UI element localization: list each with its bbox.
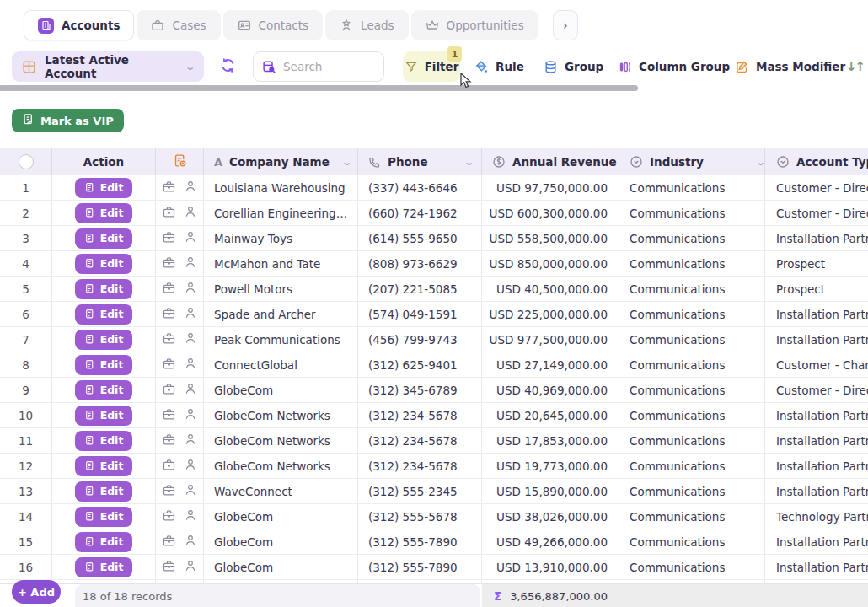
industry-cell[interactable]: Communications (630, 207, 725, 220)
company-name-cell[interactable]: GlobeCom (214, 384, 273, 397)
table-row[interactable]: 8 Edit ConnectGlobal (31 (0, 352, 868, 378)
edit-button[interactable]: Edit (75, 380, 133, 400)
phone-column-header[interactable]: Phone ⌄ (358, 148, 482, 175)
annual-revenue-cell[interactable]: USD 17,853,000.00 (496, 434, 608, 448)
account-type-cell[interactable]: Installation Partner (776, 232, 868, 245)
annual-revenue-cell[interactable]: USD 40,500,000.00 (496, 282, 608, 296)
industry-cell[interactable]: Communications (630, 282, 725, 296)
briefcase-icon[interactable] (162, 483, 176, 500)
company-name-cell[interactable]: WaveConnect (214, 485, 292, 498)
person-icon[interactable] (184, 508, 197, 524)
tab-opportunities[interactable]: Opportunities (411, 10, 538, 40)
phone-cell[interactable]: (660) 724-1962 (368, 207, 458, 220)
account-type-cell[interactable]: Installation Partner (776, 308, 868, 321)
briefcase-icon[interactable] (162, 534, 176, 551)
briefcase-icon[interactable] (162, 559, 176, 576)
tab-accounts[interactable]: Accounts (24, 10, 134, 40)
phone-cell[interactable]: (312) 555-2345 (368, 485, 458, 498)
edit-button[interactable]: Edit (75, 456, 133, 476)
briefcase-icon[interactable] (162, 205, 176, 222)
chevron-down-icon[interactable]: ⌄ (463, 157, 474, 168)
person-icon[interactable] (184, 230, 197, 246)
account-type-cell[interactable]: Installation Partner (776, 459, 868, 473)
company-name-cell[interactable]: GlobeCom (214, 561, 273, 574)
quick-create-column-header[interactable] (156, 148, 204, 175)
person-icon[interactable] (184, 432, 197, 449)
table-row[interactable]: 14 Edit GlobeCom (312) 5 (0, 504, 868, 529)
briefcase-icon[interactable] (162, 357, 176, 373)
annual-revenue-cell[interactable]: USD 19,773,000.00 (496, 459, 608, 473)
add-record-button[interactable]: + Add (12, 580, 61, 604)
briefcase-icon[interactable] (162, 306, 176, 323)
edit-button[interactable]: Edit (75, 431, 133, 451)
company-name-cell[interactable]: Louisiana Warehousing (214, 181, 346, 195)
phone-cell[interactable]: (312) 555-7890 (368, 561, 458, 574)
edit-button[interactable]: Edit (75, 406, 133, 426)
company-name-cell[interactable]: Powell Motors (214, 282, 292, 296)
person-icon[interactable] (184, 180, 197, 196)
select-all-checkbox[interactable] (19, 154, 34, 169)
view-selector-dropdown[interactable]: Latest Active Account ⌄ (12, 51, 204, 82)
company-name-cell[interactable]: Mainway Toys (214, 232, 292, 245)
company-name-cell[interactable]: Peak Communications (214, 333, 340, 346)
phone-cell[interactable]: (312) 625-9401 (368, 358, 458, 372)
industry-cell[interactable]: Communications (630, 459, 725, 473)
phone-cell[interactable]: (312) 555-7890 (368, 535, 458, 549)
tab-cases[interactable]: Cases (137, 10, 220, 40)
person-icon[interactable] (184, 331, 197, 347)
horizontal-scrollbar[interactable] (0, 85, 638, 91)
industry-cell[interactable]: Communications (630, 434, 725, 448)
industry-cell[interactable]: Communications (630, 181, 725, 195)
action-column-header[interactable]: Action (52, 148, 156, 175)
company-name-cell[interactable]: McMahon and Tate (214, 257, 320, 271)
chevron-down-icon[interactable]: ⌄ (341, 157, 352, 168)
annual-revenue-cell[interactable]: USD 600,300,000.00 (490, 207, 608, 220)
table-row[interactable]: 4 Edit McMahon and Tate (0, 251, 868, 277)
briefcase-icon[interactable] (162, 281, 176, 298)
phone-cell[interactable]: (312) 234-5678 (368, 459, 458, 473)
account-type-cell[interactable]: Installation Partner (776, 485, 868, 498)
table-row[interactable]: 10 Edit GlobeCom Networks (0, 403, 868, 428)
industry-cell[interactable]: Communications (630, 510, 725, 524)
edit-button[interactable]: Edit (75, 507, 133, 527)
account-type-cell[interactable]: Prospect (776, 257, 825, 271)
briefcase-icon[interactable] (162, 230, 176, 247)
table-row[interactable]: 13 Edit WaveConnect (312 (0, 479, 868, 504)
tabs-scroll-next-button[interactable]: › (553, 10, 578, 40)
briefcase-icon[interactable] (162, 407, 176, 424)
industry-cell[interactable]: Communications (630, 485, 725, 498)
mark-as-vip-button[interactable]: Mark as VIP (12, 109, 124, 132)
industry-column-header[interactable]: Industry ⌄ (619, 148, 765, 175)
edit-button[interactable]: Edit (75, 330, 133, 350)
company-name-cell[interactable]: ConnectGlobal (214, 358, 297, 372)
table-row[interactable]: 15 Edit GlobeCom (312) 5 (0, 529, 868, 555)
person-icon[interactable] (184, 281, 197, 297)
table-row[interactable]: 5 Edit Powell Motors (20 (0, 277, 868, 302)
phone-cell[interactable]: (456) 799-9743 (368, 333, 458, 346)
phone-cell[interactable]: (808) 973-6629 (368, 257, 458, 271)
revenue-sum-cell[interactable]: Σ 3,656,887,000.00 (482, 584, 619, 607)
annual-revenue-cell[interactable]: USD 850,000,000.00 (490, 257, 608, 271)
annual-revenue-cell[interactable]: USD 97,750,000.00 (496, 181, 608, 195)
edit-button[interactable]: Edit (75, 279, 133, 299)
account-type-cell[interactable]: Installation Partner (776, 561, 868, 574)
briefcase-icon[interactable] (162, 382, 176, 399)
column-group-button[interactable]: Column Group (618, 51, 730, 82)
person-icon[interactable] (184, 534, 197, 550)
tab-contacts[interactable]: Contacts (223, 10, 324, 40)
tab-leads[interactable]: Leads (325, 10, 408, 40)
edit-button[interactable]: Edit (75, 304, 133, 325)
briefcase-icon[interactable] (162, 432, 176, 449)
company-name-cell[interactable]: GlobeCom (214, 535, 273, 549)
person-icon[interactable] (184, 407, 197, 423)
industry-cell[interactable]: Communications (630, 535, 725, 549)
account-type-cell[interactable]: Installation Partner (776, 434, 868, 448)
annual-revenue-cell[interactable]: USD 20,645,000.00 (496, 409, 608, 422)
person-icon[interactable] (184, 458, 197, 474)
briefcase-icon[interactable] (162, 255, 176, 272)
company-column-header[interactable]: A Company Name ⌄ (204, 148, 358, 175)
industry-cell[interactable]: Communications (630, 358, 725, 372)
person-icon[interactable] (184, 357, 197, 373)
briefcase-icon[interactable] (162, 180, 176, 196)
annual-revenue-cell[interactable]: USD 49,266,000.00 (496, 535, 608, 549)
